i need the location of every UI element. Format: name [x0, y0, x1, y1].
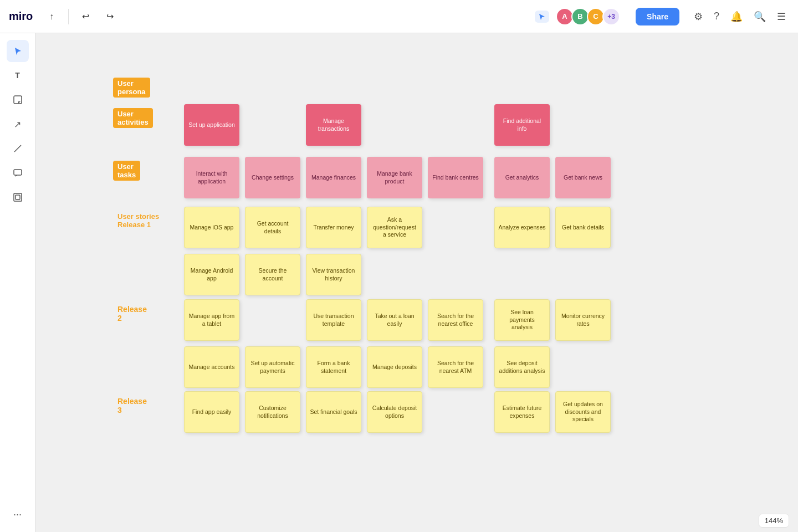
sticky-set-up-application[interactable]: Set up application	[184, 104, 239, 146]
sticky-manage-deposits[interactable]: Manage deposits	[367, 346, 422, 388]
sticky-manage-ios-app[interactable]: Manage iOS app	[184, 207, 239, 248]
sticky-estimate-future-expenses[interactable]: Estimate future expenses	[494, 391, 550, 433]
sticky-manage-android-app[interactable]: Manage Android app	[184, 254, 239, 295]
sticky-ask-question[interactable]: Ask a question/request a service	[367, 207, 422, 248]
release2-label: Release 2	[113, 303, 151, 324]
canvas: User persona User activities Set up appl…	[35, 33, 798, 532]
svg-rect-3	[14, 193, 22, 201]
user-tasks-label: User tasks	[113, 161, 140, 181]
sticky-get-account-details[interactable]: Get account details	[245, 207, 300, 248]
settings-icon[interactable]: ⚙	[694, 11, 703, 23]
avatar-count: +3	[602, 8, 620, 25]
frame-tool[interactable]	[7, 186, 29, 208]
zoom-indicator: 144%	[759, 514, 789, 528]
sticky-manage-transactions[interactable]: Manage transactions	[306, 104, 361, 146]
sticky-get-bank-news[interactable]: Get bank news	[555, 157, 611, 198]
sticky-change-settings[interactable]: Change settings	[245, 157, 300, 198]
avatars: A B C +3	[556, 8, 620, 25]
share-button[interactable]: Share	[636, 8, 679, 25]
topbar: miro ↑ ↩ ↪ A B C +3 Share ⚙ ? 🔔 🔍 ☰	[0, 0, 798, 33]
sticky-search-nearest-office[interactable]: Search for the nearest office	[428, 299, 483, 341]
sticky-get-analytics[interactable]: Get analytics	[494, 157, 550, 198]
release3-label: Release 3	[113, 395, 151, 416]
sticky-secure-account[interactable]: Secure the account	[245, 254, 300, 295]
sticky-find-app-easily[interactable]: Find app easily	[184, 391, 239, 433]
more-tools[interactable]: ···	[7, 503, 29, 525]
sticky-take-out-loan[interactable]: Take out a loan easily	[367, 299, 422, 341]
sticky-find-additional-info[interactable]: Find additional info	[494, 104, 550, 146]
search-icon[interactable]: 🔍	[754, 11, 766, 23]
line-tool[interactable]	[7, 137, 29, 160]
sticky-manage-bank-product[interactable]: Manage bank product	[367, 157, 422, 198]
help-icon[interactable]: ?	[714, 11, 719, 22]
sticky-get-updates-discounts[interactable]: Get updates on discounts and specials	[555, 391, 611, 433]
sticky-manage-accounts[interactable]: Manage accounts	[184, 346, 239, 388]
svg-line-1	[14, 145, 21, 152]
text-tool[interactable]: T	[7, 64, 29, 86]
redo-button[interactable]: ↪	[100, 7, 120, 27]
svg-rect-2	[14, 170, 22, 175]
sticky-see-loan-payments[interactable]: See loan payments analysis	[494, 299, 550, 341]
sticky-analyze-expenses[interactable]: Analyze expenses	[494, 207, 550, 248]
sticky-manage-finances[interactable]: Manage finances	[306, 157, 361, 198]
logo: miro	[9, 10, 33, 23]
sticky-monitor-currency-rates[interactable]: Monitor currency rates	[555, 299, 611, 341]
menu-icon[interactable]: ☰	[777, 11, 786, 23]
sticky-form-bank-statement[interactable]: Form a bank statement	[306, 346, 361, 388]
svg-rect-4	[16, 195, 20, 200]
sticky-set-financial-goals[interactable]: Set financial goals	[306, 391, 361, 433]
left-toolbar: T ↗ ···	[0, 33, 35, 532]
cursor-tool[interactable]	[7, 40, 29, 62]
sticky-get-bank-details[interactable]: Get bank details	[555, 207, 611, 248]
user-stories-r1-label: User storiesRelease 1	[113, 211, 180, 231]
sticky-search-nearest-atm[interactable]: Search for the nearest ATM	[428, 346, 483, 388]
sticky-calculate-deposit-options[interactable]: Calculate deposit options	[367, 391, 422, 433]
sticky-transfer-money[interactable]: Transfer money	[306, 207, 361, 248]
undo-button[interactable]: ↩	[75, 7, 95, 27]
user-persona-label: User persona	[113, 78, 150, 98]
sticky-customize-notifications[interactable]: Customize notifications	[245, 391, 300, 433]
sticky-find-bank-centres[interactable]: Find bank centres	[428, 157, 483, 198]
notification-icon[interactable]: 🔔	[730, 11, 743, 23]
comment-tool[interactable]	[7, 162, 29, 184]
arrow-tool[interactable]: ↗	[7, 113, 29, 135]
sticky-manage-app-tablet[interactable]: Manage app from a tablet	[184, 299, 239, 341]
user-activities-label: User activities	[113, 108, 153, 128]
sticky-see-deposit-additions[interactable]: See deposit additions analysis	[494, 346, 550, 388]
cursor-indicator	[535, 11, 549, 23]
upload-button[interactable]: ↑	[42, 7, 62, 27]
svg-rect-0	[14, 96, 22, 104]
sticky-interact-with-application[interactable]: Interact with application	[184, 157, 239, 198]
sticky-set-up-automatic-payments[interactable]: Set up automatic payments	[245, 346, 300, 388]
sticky-note-tool[interactable]	[7, 89, 29, 111]
sticky-view-transaction-history[interactable]: View transaction history	[306, 254, 361, 295]
divider	[68, 9, 69, 24]
sticky-use-transaction-template[interactable]: Use transaction template	[306, 299, 361, 341]
